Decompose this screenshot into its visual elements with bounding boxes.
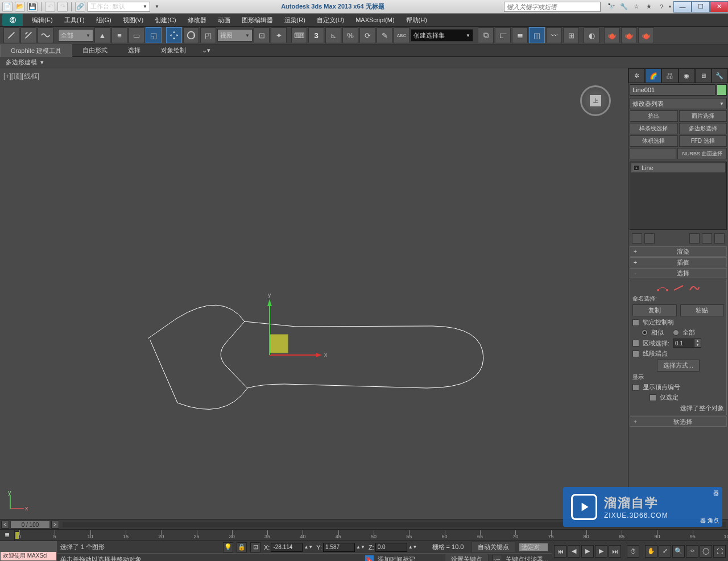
render-prod-icon[interactable]: 🫖 (638, 27, 654, 43)
track-bar[interactable]: ≣ 05101520253035404550556065707580859095… (0, 529, 728, 541)
pan-view-icon[interactable]: ✋ (645, 545, 657, 558)
max-toggle-icon[interactable]: ⛶ (713, 545, 726, 558)
slider-prev-icon[interactable]: < (1, 521, 9, 529)
new-icon[interactable]: 📄 (2, 2, 13, 12)
render-frame-icon[interactable]: 🫖 (621, 27, 637, 43)
menu-maxscript[interactable]: MAXScript(M) (350, 15, 400, 25)
segment-subobj-icon[interactable] (673, 283, 684, 291)
area-select-checkbox[interactable] (632, 340, 639, 346)
ribbon-tab-object-paint[interactable]: 对象绘制 (151, 44, 196, 56)
mod-btn-spline-select[interactable]: 样条线选择 (630, 123, 678, 134)
zoom-extents-icon[interactable]: ⤢ (659, 545, 671, 558)
next-frame-icon[interactable]: ▶ (595, 545, 607, 558)
window-crossing-icon[interactable]: ◱ (146, 27, 162, 43)
selected-dropdown[interactable]: 选定对 (519, 543, 548, 552)
rotate-icon[interactable] (183, 27, 199, 43)
script-listener-top[interactable] (0, 541, 57, 551)
track-bar-toggle-icon[interactable]: ≣ (0, 530, 15, 541)
isolate-icon[interactable]: ⊡ (250, 542, 260, 552)
layer-manager-icon[interactable]: ◫ (529, 27, 545, 43)
mod-btn-empty[interactable] (630, 148, 676, 159)
layers-icon[interactable]: ≣ (512, 27, 528, 43)
menu-group[interactable]: 组(G) (90, 14, 117, 26)
scale-icon[interactable]: ◰ (200, 27, 216, 43)
snap-3-icon[interactable]: 3 (308, 27, 324, 43)
auto-key-button[interactable]: 自动关键点 (471, 541, 515, 553)
time-config-icon[interactable]: ⏱ (627, 545, 639, 558)
menu-graph-editors[interactable]: 图形编辑器 (236, 14, 279, 26)
rollout-selection[interactable]: -选择 (630, 268, 727, 278)
rect-region-icon[interactable]: ▭ (129, 27, 144, 43)
time-tag-icon[interactable]: 🔖 (364, 555, 374, 562)
lock-icon[interactable]: 🔒 (237, 542, 247, 552)
rollout-soft-selection[interactable]: +软选择 (630, 416, 727, 427)
pin-stack-icon[interactable] (632, 233, 642, 244)
remove-modifier-icon[interactable] (702, 233, 712, 244)
menu-customize[interactable]: 自定义(U) (311, 14, 350, 26)
key-filters-button[interactable]: 关键点过滤器... (506, 555, 548, 561)
menu-rendering[interactable]: 渲染(R) (279, 14, 311, 26)
move-icon[interactable] (166, 27, 182, 43)
menu-animation[interactable]: 动画 (212, 14, 236, 26)
segment-end-checkbox[interactable] (632, 350, 639, 357)
modify-tab-icon[interactable]: 🌈 (645, 68, 661, 83)
binoculars-icon[interactable]: 🔭 (606, 2, 617, 12)
help-search-input[interactable] (504, 2, 601, 12)
create-tab-icon[interactable]: ✲ (628, 68, 645, 83)
slider-next-icon[interactable]: > (51, 521, 59, 529)
mod-btn-nurbs-select[interactable]: NURBS 曲面选择 (677, 148, 727, 159)
select-by-button[interactable]: 选择方式... (657, 360, 700, 372)
prev-frame-icon[interactable]: ◀ (568, 545, 580, 558)
zoom-icon[interactable]: 🔍 (672, 545, 685, 558)
ref-coord-dropdown[interactable]: 视图▼ (217, 29, 253, 42)
area-select-spinner[interactable]: ▲▼ (673, 339, 701, 348)
angle-snap-icon[interactable]: ⊾ (325, 27, 341, 43)
menu-modifiers[interactable]: 修改器 (182, 14, 212, 26)
ribbon-panel-chevron-icon[interactable]: ▾ (40, 59, 44, 66)
curve-editor-icon[interactable]: 〰 (546, 27, 562, 43)
rollout-rendering[interactable]: +渲染 (630, 246, 727, 257)
z-coord-input[interactable] (375, 543, 407, 552)
lock-handles-checkbox[interactable] (632, 319, 639, 326)
select-link-icon[interactable] (3, 27, 19, 43)
favorite-icon[interactable]: ★ (644, 2, 654, 12)
set-key-button[interactable]: 设置关键点 (445, 554, 489, 561)
play-icon[interactable]: ▶ (581, 545, 594, 558)
align-icon[interactable]: ⫍ (495, 27, 511, 43)
x-coord-input[interactable] (271, 543, 303, 552)
star-icon[interactable]: ☆ (631, 2, 642, 12)
motion-tab-icon[interactable]: ◉ (679, 68, 695, 83)
redo-icon[interactable]: ↷ (57, 2, 68, 12)
object-color-swatch[interactable] (717, 84, 727, 96)
mod-btn-ffd-select[interactable]: FFD 选择 (679, 135, 727, 147)
track-ruler[interactable]: 0510152025303540455055606570758085909510… (19, 530, 728, 541)
y-coord-input[interactable] (323, 543, 355, 552)
mirror-icon[interactable]: ⧉ (478, 27, 494, 43)
edit-named-sel-icon[interactable]: ✎ (377, 27, 392, 43)
bind-space-warp-icon[interactable] (38, 27, 53, 43)
undo-icon[interactable]: ↶ (45, 2, 55, 12)
mod-btn-poly-select[interactable]: 多边形选择 (679, 123, 727, 134)
select-object-icon[interactable]: ▲ (94, 27, 110, 43)
ribbon-tab-graphite[interactable]: Graphite 建模工具 (0, 44, 72, 57)
hierarchy-tab-icon[interactable]: 品 (661, 68, 678, 83)
help-icon[interactable]: ? (656, 2, 667, 12)
fov-icon[interactable]: ⌔ (686, 545, 698, 558)
modifier-stack[interactable]: + Line (630, 162, 727, 230)
script-listener-bottom[interactable]: 欢迎使用 MAXSci (0, 551, 57, 562)
time-slider-thumb[interactable]: 0 / 100 (10, 521, 50, 529)
workspace-dropdown[interactable]: 工作台: 默认 ▼ (88, 2, 150, 12)
schematic-view-icon[interactable]: ⊞ (563, 27, 579, 43)
selection-filter-dropdown[interactable]: 全部▼ (58, 29, 93, 42)
show-vertex-num-checkbox[interactable] (632, 384, 639, 391)
pivot-center-icon[interactable]: ⊡ (254, 27, 270, 43)
wrench-icon[interactable]: 🔧 (619, 2, 629, 12)
menu-tools[interactable]: 工具(T) (59, 14, 90, 26)
unlink-icon[interactable] (20, 27, 36, 43)
manipulate-icon[interactable]: ✦ (271, 27, 287, 43)
menu-help[interactable]: 帮助(H) (400, 14, 433, 26)
save-icon[interactable]: 💾 (27, 2, 38, 12)
select-by-name-icon[interactable]: ≡ (111, 27, 127, 43)
orbit-icon[interactable]: ◯ (700, 545, 712, 558)
percent-snap-icon[interactable]: % (342, 27, 358, 43)
